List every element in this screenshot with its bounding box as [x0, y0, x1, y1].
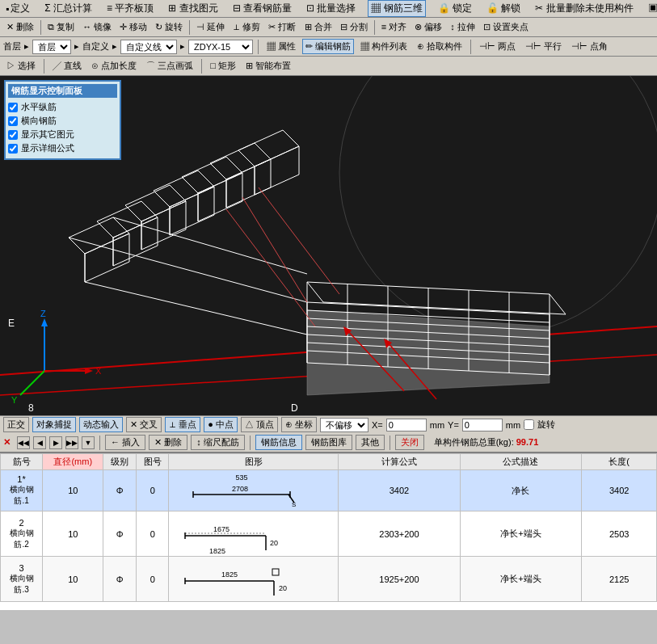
transverse-rebar-check[interactable]: [8, 116, 18, 126]
menu-lock[interactable]: 🔒 锁定: [436, 1, 474, 16]
line-btn[interactable]: ╱ 直线: [49, 58, 85, 74]
panel-item-horizontal: 水平纵筋: [8, 101, 117, 113]
snap-btn[interactable]: 对象捕捉: [32, 417, 76, 432]
layer-select[interactable]: 首层: [32, 40, 71, 54]
menu-batch[interactable]: ⊡ 批量选择: [304, 1, 358, 16]
parallel-btn[interactable]: ⊣⊢ 平行: [522, 39, 565, 54]
menu-align[interactable]: ≡ 平齐板顶: [104, 1, 156, 16]
cell-shape-3: 1825 20: [169, 557, 339, 602]
svg-text:20: 20: [279, 584, 287, 592]
offset-btn[interactable]: ⊗ 偏移: [411, 19, 445, 35]
def-label: 自定义: [82, 40, 109, 53]
split-btn[interactable]: ⊟ 分割: [337, 19, 371, 35]
stretch-btn[interactable]: ↕ 拉伸: [447, 19, 478, 35]
viewport[interactable]: 钢筋显示控制面板 水平纵筋 横向钢筋 显示其它图元 显示详细公式: [0, 76, 657, 415]
close-btn[interactable]: 关闭: [395, 435, 424, 450]
rotate-btn[interactable]: ↻ 旋转: [152, 19, 186, 35]
table-row[interactable]: 2 横向钢筋.2 10 Φ 0: [1, 511, 657, 557]
merge-btn[interactable]: ⊞ 合并: [301, 19, 335, 35]
cell-diameter-1[interactable]: 10: [43, 470, 103, 511]
col-formula: 计算公式: [339, 454, 461, 470]
select-btn[interactable]: ▷ 选择: [3, 58, 39, 74]
cell-diameter-3[interactable]: 10: [43, 557, 103, 602]
rotate-check[interactable]: [524, 419, 534, 430]
pointangle-btn[interactable]: ⊣⊢ 点角: [568, 39, 611, 54]
arc2-btn[interactable]: ⌒ 三点画弧: [143, 58, 196, 74]
horizontal-rebar-check[interactable]: [8, 103, 18, 112]
component-list-btn[interactable]: ▦ 构件列表: [357, 39, 411, 54]
rect-btn[interactable]: □ 矩形: [207, 58, 239, 74]
x-label: X=: [372, 420, 383, 430]
table-row[interactable]: 3 横向钢筋.3 10 Φ 0: [1, 557, 657, 602]
top-btn[interactable]: △ 顶点: [241, 417, 278, 432]
trim-btn[interactable]: ⊥ 修剪: [230, 19, 263, 35]
menu-calc[interactable]: Σ 汇总计算: [42, 1, 95, 16]
col-shape: 图形: [169, 454, 339, 470]
grip-btn[interactable]: ⊡ 设置夹点: [480, 19, 532, 35]
panel-item-formula: 显示详细公式: [8, 142, 117, 154]
cell-length-2: 2503: [582, 511, 657, 557]
menu-define[interactable]: ▪ 定义: [3, 1, 32, 16]
cell-grade-1: Φ: [103, 470, 137, 511]
cross-btn[interactable]: ✕ 交叉: [126, 417, 162, 432]
menu-delete-unused[interactable]: ✂ 批量删除未使用构件: [533, 1, 635, 16]
property-btn[interactable]: ▦ 属性: [263, 39, 299, 54]
cell-id: 1* 横向钢筋.1: [1, 470, 43, 511]
menu-3d[interactable]: ▦ 钢筋三维: [368, 0, 425, 17]
edit-rebar-btn[interactable]: ✏ 编辑钢筋: [302, 39, 354, 54]
menu-unlock[interactable]: 🔓 解锁: [484, 1, 523, 16]
align-btn[interactable]: ≡ 对齐: [378, 19, 410, 35]
cell-shapeno-3: 0: [136, 557, 169, 602]
cell-id-2: 2 横向钢筋.2: [1, 511, 43, 557]
delete-btn[interactable]: ✕ 删除: [3, 19, 37, 35]
extend-btn[interactable]: ⊣ 延伸: [193, 19, 228, 35]
menu-find[interactable]: ⊞ 查找图元: [166, 1, 220, 16]
rebar-info-btn[interactable]: 钢筋信息: [255, 435, 302, 450]
center-btn[interactable]: ● 中点: [204, 417, 238, 432]
col-length: 长度(: [582, 454, 657, 470]
def-select[interactable]: 自定义线: [120, 40, 177, 54]
svg-text:2708: 2708: [232, 485, 248, 493]
rebar-lib-btn[interactable]: 钢筋图库: [305, 435, 352, 450]
cell-desc-1: 净长: [460, 470, 582, 511]
nav-start-btn[interactable]: ◀◀: [17, 436, 30, 449]
nav-sep: [99, 436, 100, 450]
other-btn[interactable]: 其他: [356, 435, 385, 450]
table-row[interactable]: 1* 横向钢筋.1 10 Φ 0 535 2708: [1, 470, 657, 511]
y-label: Y=: [448, 420, 459, 430]
orthogonal-btn[interactable]: 正交: [3, 417, 29, 432]
panel-item-transverse: 横向钢筋: [8, 115, 117, 127]
smart-btn[interactable]: ⊞ 智能布置: [242, 58, 294, 74]
other-element-check[interactable]: [8, 130, 18, 140]
total-label: 单构件钢筋总重(kg): 99.71: [434, 436, 539, 448]
menu-view[interactable]: ⊟ 查看钢筋量: [230, 1, 294, 16]
x-input[interactable]: [386, 419, 427, 431]
move-btn[interactable]: ✛ 移动: [116, 19, 150, 35]
nav-next-btn[interactable]: ▶: [49, 436, 62, 449]
nav-prev-btn[interactable]: ◀: [33, 436, 46, 449]
y-input[interactable]: [462, 419, 503, 431]
formula-label: 显示详细公式: [21, 142, 74, 154]
formula-check[interactable]: [8, 144, 18, 154]
coord-btn2[interactable]: ⊕ 坐标: [281, 417, 317, 432]
twopoint-btn[interactable]: ⊣⊢ 两点: [476, 39, 519, 54]
nav-down-btn[interactable]: ▼: [82, 436, 95, 449]
pickup-btn[interactable]: ⊕ 拾取构件: [414, 39, 465, 54]
cell-diameter-2[interactable]: 10: [43, 511, 103, 557]
break-btn[interactable]: ✂ 打断: [265, 19, 299, 35]
del-btn[interactable]: ✕ 删除: [149, 435, 187, 450]
coord-display: X= mm Y= mm 旋转: [372, 419, 555, 431]
offset-select[interactable]: 不偏移: [320, 418, 369, 432]
arc-btn[interactable]: ⊙ 点加长度: [88, 58, 140, 74]
midpoint-btn2[interactable]: ⊥ 垂点: [165, 417, 200, 432]
zdyx-select[interactable]: ZDYX-15: [188, 40, 253, 54]
insert-btn[interactable]: ← 插入: [105, 435, 145, 450]
zdyx-arrow: ▸: [180, 41, 185, 52]
dynamic-input-btn[interactable]: 动态输入: [79, 417, 123, 432]
nav-end-btn[interactable]: ▶▶: [65, 436, 78, 449]
mirror-btn[interactable]: ↔ 镜像: [79, 19, 115, 35]
copy-btn[interactable]: ⧉ 复制: [44, 19, 78, 35]
resize-btn[interactable]: ↕ 缩尺配筋: [191, 435, 245, 450]
cell-shape-1: 535 2708 S: [169, 470, 339, 511]
menu-3dview[interactable]: ▣ 三维: [646, 1, 657, 16]
